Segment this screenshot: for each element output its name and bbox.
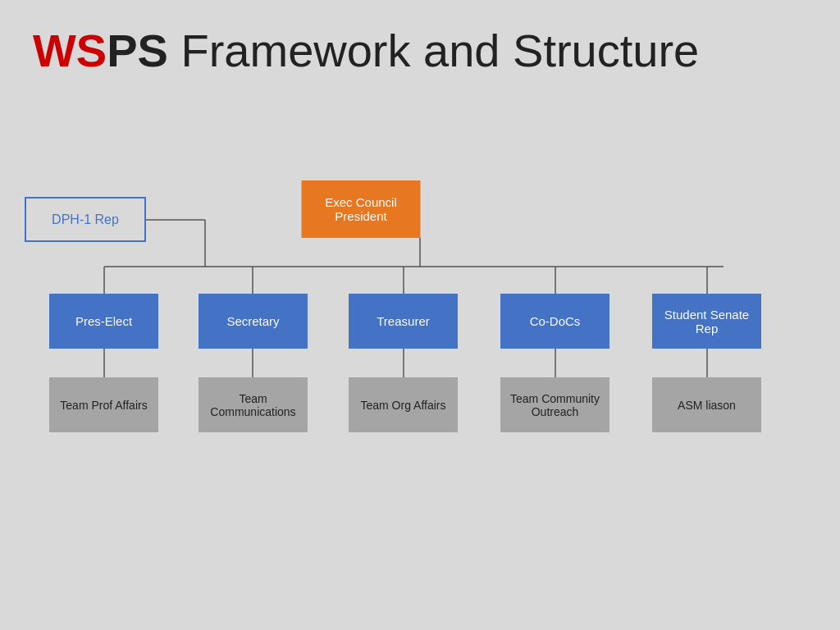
page-title: WSPS Framework and Structure <box>33 25 807 77</box>
org-chart: DPH-1 Rep Exec Council President Pres-El… <box>0 172 840 630</box>
team-communications-label: Team Communications <box>203 392 304 418</box>
title-ps: PS <box>107 25 168 76</box>
student-senate-rep-label: Student Senate Rep <box>657 308 756 336</box>
co-docs-box: Co-DoCs <box>500 294 609 349</box>
slide: WSPS Framework and Structure <box>0 0 840 630</box>
student-senate-rep-box: Student Senate Rep <box>652 294 761 349</box>
team-community-outreach-label: Team Community Outreach <box>504 392 605 418</box>
treasurer-box: Treasurer <box>349 294 458 349</box>
asm-liason-label: ASM liason <box>678 399 736 412</box>
exec-council-box: Exec Council President <box>302 180 421 238</box>
exec-line1: Exec Council <box>325 195 397 209</box>
pres-elect-box: Pres-Elect <box>49 294 158 349</box>
dph-1-rep-box: DPH-1 Rep <box>25 197 146 242</box>
team-communications-box: Team Communications <box>199 377 308 432</box>
secretary-label: Secretary <box>226 314 279 328</box>
team-community-outreach-box: Team Community Outreach <box>500 377 609 432</box>
team-org-affairs-box: Team Org Affairs <box>349 377 458 432</box>
pres-elect-label: Pres-Elect <box>75 314 132 328</box>
secretary-box: Secretary <box>199 294 308 349</box>
asm-liason-box: ASM liason <box>652 377 761 432</box>
team-prof-affairs-label: Team Prof Affairs <box>60 399 147 412</box>
title-rest: Framework and Structure <box>168 25 699 76</box>
title-ws: WS <box>33 25 107 76</box>
team-prof-affairs-box: Team Prof Affairs <box>49 377 158 432</box>
treasurer-label: Treasurer <box>377 314 429 328</box>
exec-line2: President <box>335 209 386 223</box>
dph-label: DPH-1 Rep <box>52 212 119 227</box>
co-docs-label: Co-DoCs <box>530 314 581 328</box>
team-org-affairs-label: Team Org Affairs <box>360 399 445 412</box>
